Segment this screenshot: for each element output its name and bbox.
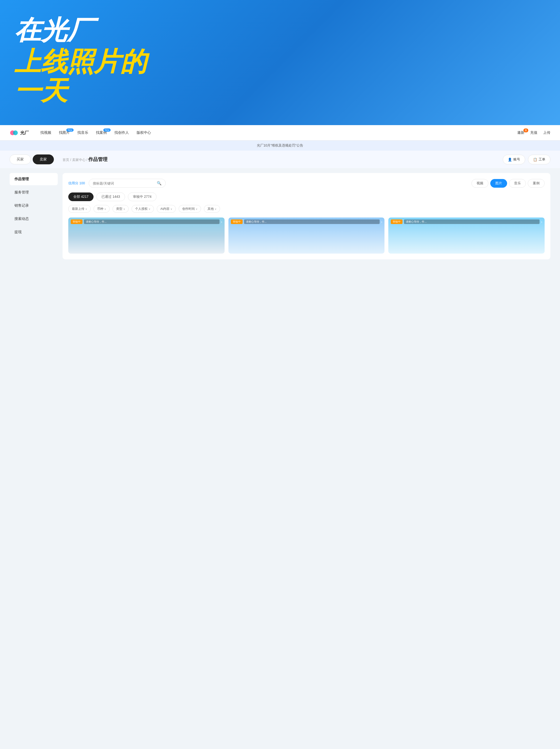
content-area: 信用分 100 🔍 视频 图片 音乐 案例 全部 4217 已通过 1443 审… [63,173,551,259]
filter-other[interactable]: 其他 ∨ [204,205,220,213]
account-button[interactable]: 👤 账号 [503,155,525,164]
status-badge-1: 审核中 [231,219,243,224]
new-badge-image: New [66,128,73,132]
search-icon[interactable]: 🔍 [157,181,162,186]
hero-line1: 在光厂 [15,15,545,44]
hero-line2: 上线照片的 [15,47,545,76]
card-overlay-2: 审核中 请耐心等待，作... › [388,217,545,226]
nav-creator[interactable]: 找创作人 [114,130,129,135]
image-grid: 审核中 请耐心等待，作... › 审核中 请耐心等待，作... › 审核中 请耐… [68,217,545,254]
card-overlay-0: 审核中 请耐心等待，作... › [68,217,225,226]
hero-line3: 一天 [15,76,545,105]
new-badge-case: New [104,128,111,132]
filter-type[interactable]: 类型 ∨ [113,205,129,213]
nav-recharge[interactable]: 充值 [530,130,537,135]
filter-personal-license[interactable]: 个人授权 ∨ [132,205,154,213]
chevron-down-icon: ∨ [85,208,87,210]
sidebar-item-search[interactable]: 搜索动态 [9,213,58,225]
status-badge-2: 审核中 [391,219,403,224]
status-badge-0: 审核中 [71,219,83,224]
search-input[interactable] [93,181,155,185]
filter-ai-content[interactable]: AI内容 ∨ [157,205,176,213]
type-tab-video[interactable]: 视频 [471,179,488,188]
nav-music[interactable]: 找音乐 [77,130,88,135]
search-box[interactable]: 🔍 [89,179,166,188]
hui-badge: 惠 [523,128,528,132]
svg-point-1 [13,130,18,135]
nav-video[interactable]: 找视频 [40,130,51,135]
buyer-seller-tabs: 买家 卖家 [9,154,54,164]
workorder-button[interactable]: 📋 工单 [528,155,551,164]
card-overlay-1: 审核中 请耐心等待，作... › [228,217,385,226]
breadcrumb: 首页 / 卖家中心 / 作品管理 [63,156,108,163]
nav-right: 邀新 惠 充值 上传 [517,130,551,135]
status-tab-all[interactable]: 全部 4217 [68,192,93,201]
document-icon: 📋 [533,157,537,162]
breadcrumb-current: 作品管理 [88,157,108,162]
chevron-down-icon: ∨ [149,208,150,210]
wait-text-1: 请耐心等待，作... [244,219,380,224]
main-content: 作品管理 服务管理 销售记录 搜索动态 提现 信用分 100 🔍 [0,168,560,264]
status-tab-reviewing[interactable]: 审核中 2774 [128,192,157,201]
status-tabs: 全部 4217 已通过 1443 审核中 2774 [68,192,545,201]
chevron-down-icon: ∨ [104,208,106,210]
filter-create-time[interactable]: 创作时间 ∨ [179,205,201,213]
sub-nav-actions: 👤 账号 📋 工单 [503,155,551,164]
nav-copyright[interactable]: 版权中心 [137,130,151,135]
chevron-down-icon: ∨ [124,208,125,210]
sidebar-item-sales[interactable]: 销售记录 [9,199,58,212]
wait-text-2: 请耐心等待，作... [404,219,540,224]
chevron-down-icon: ∨ [171,208,172,210]
hero-banner: 在光厂 上线照片的 一天 [0,0,560,125]
seller-tab[interactable]: 卖家 [33,154,54,164]
sidebar-item-withdraw[interactable]: 提现 [9,226,58,238]
type-tab-music[interactable]: 音乐 [509,179,526,188]
chevron-right-icon-2: › [541,220,542,224]
filter-dropdowns: 最新上传 ∨ 币种 ∨ 类型 ∨ 个人授权 ∨ AI内容 ∨ 创作时间 ∨ [68,205,545,213]
image-card-1[interactable]: 审核中 请耐心等待，作... › [228,217,385,254]
buyer-tab[interactable]: 买家 [9,154,31,164]
nav-upload[interactable]: 上传 [543,130,551,135]
breadcrumb-home[interactable]: 首页 [63,158,69,162]
announcement-bar[interactable]: 光厂10月"维权及违规处罚"公告 [0,141,560,151]
filter-currency[interactable]: 币种 ∨ [93,205,110,213]
logo-text: 光厂 [20,130,29,136]
top-navigation: 光厂 找视频 找图片 New 找音乐 找案例 New 找创作人 版权中心 邀新 … [0,125,560,141]
filter-sort[interactable]: 最新上传 ∨ [68,205,91,213]
logo[interactable]: 光厂 [9,128,29,137]
chevron-down-icon: ∨ [196,208,197,210]
chevron-down-icon: ∨ [215,208,217,210]
status-tab-passed[interactable]: 已通过 1443 [96,192,125,201]
sidebar: 作品管理 服务管理 销售记录 搜索动态 提现 [9,173,58,259]
nav-invite[interactable]: 邀新 惠 [517,130,524,135]
sidebar-item-works[interactable]: 作品管理 [9,173,58,185]
chevron-right-icon-1: › [381,220,382,224]
type-tab-case[interactable]: 案例 [528,179,545,188]
nav-image[interactable]: 找图片 New [59,130,70,135]
chevron-right-icon-0: › [221,220,222,224]
type-tab-image[interactable]: 图片 [490,179,507,188]
sub-navigation: 买家 卖家 首页 / 卖家中心 / 作品管理 👤 账号 📋 工单 [0,151,560,168]
image-card-0[interactable]: 审核中 请耐心等待，作... › [68,217,225,254]
nav-case[interactable]: 找案例 New [96,130,107,135]
logo-icon [9,128,18,137]
credit-score: 信用分 100 [68,181,85,186]
sidebar-item-service[interactable]: 服务管理 [9,186,58,198]
type-tabs: 视频 图片 音乐 案例 [471,179,545,188]
filters-row1: 信用分 100 🔍 视频 图片 音乐 案例 [68,179,545,188]
breadcrumb-seller[interactable]: 卖家中心 [72,158,86,162]
image-card-2[interactable]: 审核中 请耐心等待，作... › [388,217,545,254]
person-icon: 👤 [508,157,512,162]
wait-text-0: 请耐心等待，作... [84,219,220,224]
